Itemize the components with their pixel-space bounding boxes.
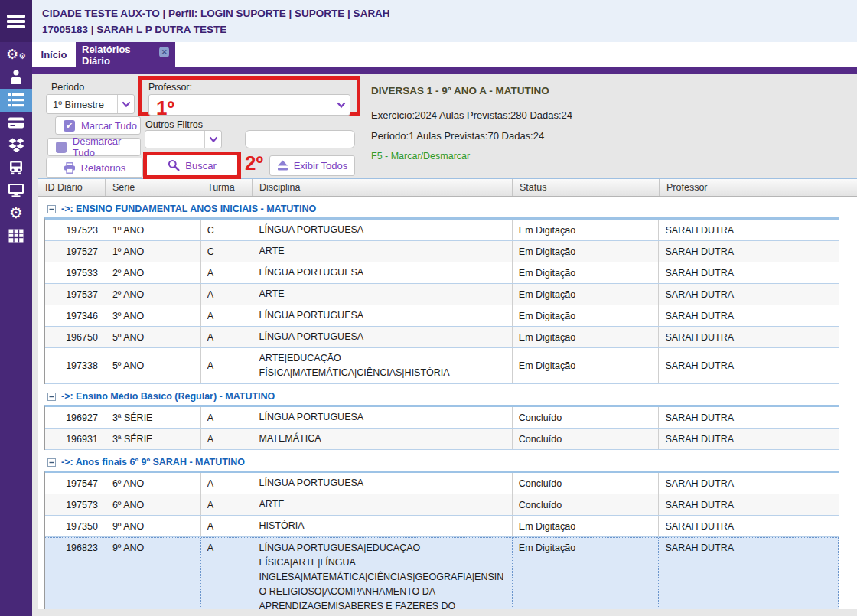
cell-prof: SARAH DUTRA (659, 262, 839, 283)
close-icon[interactable]: ✕ (159, 47, 169, 57)
unchecked-checkbox-icon[interactable] (56, 142, 67, 153)
cell-id: 197533 (45, 262, 106, 283)
collapse-icon[interactable] (47, 205, 56, 213)
sidebar-item-list[interactable] (0, 89, 32, 112)
outros-filtros-input[interactable] (245, 130, 355, 148)
sidebar-item-gear[interactable]: ⚙ (0, 202, 32, 225)
table-row[interactable]: 1975271º ANOCARTEEm DigitaçãoSARAH DUTRA (45, 241, 839, 262)
exibir-todos-button[interactable]: Exibir Todos (269, 155, 355, 176)
sidebar-item-person[interactable] (0, 67, 32, 90)
chevron-down-icon (333, 95, 350, 115)
bus-icon (8, 160, 24, 175)
column-header-turma[interactable]: Turma (200, 179, 253, 196)
cell-disc: LÍNGUA PORTUGUESA|EDUCAÇÃO FÍSICA|ARTE|L… (253, 538, 513, 616)
menu-toggle[interactable] (0, 0, 32, 42)
cell-turma: A (201, 305, 253, 326)
cell-disc: ARTE (253, 494, 513, 515)
sidebar-item-box[interactable] (0, 134, 32, 157)
table-gutter (32, 178, 38, 616)
cell-turma: A (201, 348, 253, 383)
checked-checkbox-icon[interactable]: ✔ (64, 120, 75, 132)
cell-turma: A (201, 429, 253, 449)
cell-serie: 5º ANO (106, 348, 201, 383)
column-header-professor[interactable]: Professor (660, 179, 839, 196)
relatorios-button[interactable]: Relatórios (46, 158, 143, 178)
group-header[interactable]: ->: ENSINO FUNDAMENTAL ANOS INICIAIS - M… (38, 200, 857, 217)
box-icon (8, 138, 24, 153)
column-header-disciplina[interactable]: Disciplina (253, 179, 513, 196)
marcar-tudo-option[interactable]: ✔ Marcar Tudo (55, 116, 141, 135)
cell-prof: SARAH DUTRA (659, 538, 839, 616)
table-header-row: ID DiárioSerieTurmaDisciplinaStatusProfe… (38, 178, 857, 197)
sidebar-item-grid[interactable] (0, 224, 32, 247)
cell-disc: ARTE|EDUCAÇÃO FÍSICA|MATEMÁTICA|CIÊNCIAS… (253, 348, 513, 383)
cell-id: 197537 (45, 284, 106, 305)
column-header-serie[interactable]: Serie (106, 179, 200, 196)
professor-label: Professor: (148, 82, 192, 93)
cell-turma: C (201, 220, 253, 240)
cell-serie: 1º ANO (106, 220, 201, 240)
sidebar-item-monitor[interactable] (0, 179, 32, 202)
table-row[interactable]: 1975736º ANOAARTEConcluídoSARAH DUTRA (45, 494, 839, 516)
table-row[interactable]: 1975332º ANOALÍNGUA PORTUGUESAEm Digitaç… (45, 262, 839, 284)
annotation-step-1: 1º (156, 98, 174, 118)
cell-status: Em Digitação (513, 220, 660, 240)
cell-status: Concluído (513, 407, 660, 428)
cell-prof: SARAH DUTRA (659, 494, 839, 515)
table-row[interactable]: 1969313ª SÉRIEAMATEMÁTICAConcluídoSARAH … (45, 429, 839, 450)
group-header[interactable]: ->: Anos finais 6º 9º SARAH - MATUTINO (38, 454, 857, 471)
table-row[interactable]: 1973463º ANOALÍNGUA PORTUGUESAEm Digitaç… (45, 305, 839, 327)
outros-filtros-select[interactable] (145, 130, 222, 148)
eject-icon (277, 160, 288, 171)
buscar-button[interactable]: Buscar (147, 155, 237, 175)
table-row[interactable]: 1967505º ANOALÍNGUA PORTUGUESAEm Digitaç… (45, 327, 839, 348)
cell-serie: 2º ANO (106, 262, 201, 283)
sidebar-item-bus[interactable] (0, 157, 32, 180)
cell-serie: 3ª SÉRIE (106, 429, 201, 449)
tab-relatorios-diario[interactable]: Relatórios Diário ✕ (76, 42, 175, 67)
sidebar-item-credit-card[interactable] (0, 112, 32, 135)
sidebar: ⚙⚙⚙ (0, 0, 32, 616)
cell-disc: HISTÓRIA (253, 516, 513, 536)
cell-serie: 2º ANO (106, 284, 201, 305)
tab-bar: Início Relatórios Diário ✕ (32, 42, 857, 67)
outros-filtros-label: Outros Filtros (145, 119, 203, 130)
sidebar-item-gears[interactable]: ⚙⚙ (0, 44, 32, 67)
table-row[interactable]: 1975231º ANOCLÍNGUA PORTUGUESAEm Digitaç… (45, 220, 839, 241)
cell-prof: SARAH DUTRA (659, 241, 839, 262)
header-user-line: 17005183 | SARAH L P DUTRA TESTE (42, 21, 857, 37)
table-row[interactable]: 1968239º ANOALÍNGUA PORTUGUESA|EDUCAÇÃO … (45, 537, 839, 616)
cell-serie: 9º ANO (106, 538, 201, 616)
collapse-icon[interactable] (47, 393, 56, 401)
table-row[interactable]: 1973385º ANOAARTE|EDUCAÇÃO FÍSICA|MATEMÁ… (45, 348, 839, 384)
app-window: ⚙⚙⚙ CIDADE TESTE AUX-TO | Perfil: LOGIN … (0, 0, 857, 616)
cell-id: 197547 (45, 473, 106, 494)
header-context-line: CIDADE TESTE AUX-TO | Perfil: LOGIN SUPO… (42, 5, 857, 21)
cell-status: Em Digitação (513, 348, 660, 383)
cell-disc: LÍNGUA PORTUGUESA (253, 305, 513, 326)
column-header-id-di-rio[interactable]: ID Diário (38, 179, 106, 196)
professor-select[interactable] (148, 94, 350, 116)
cell-disc: LÍNGUA PORTUGUESA (253, 407, 513, 428)
cell-status: Concluído (513, 429, 660, 449)
cell-disc: LÍNGUA PORTUGUESA (253, 220, 513, 240)
cell-id: 196931 (45, 429, 106, 449)
cell-serie: 5º ANO (106, 327, 201, 347)
cell-turma: A (201, 538, 253, 616)
group-header[interactable]: ->: Ensino Médio Básico (Regular) - MATU… (38, 388, 857, 405)
table-row[interactable]: 1975476º ANOALÍNGUA PORTUGUESAConcluídoS… (45, 473, 839, 494)
table-row[interactable]: 1969273ª SÉRIEALÍNGUA PORTUGUESAConcluíd… (45, 407, 839, 429)
cell-prof: SARAH DUTRA (659, 407, 839, 428)
periodo-select[interactable]: 1º Bimestre (46, 94, 135, 114)
desmarcar-tudo-option[interactable]: Desmarcar Tudo (47, 138, 141, 156)
cell-turma: A (201, 494, 253, 515)
cell-status: Em Digitação (513, 262, 660, 283)
cell-id: 197523 (45, 220, 106, 240)
table-row[interactable]: 1973509º ANOAHISTÓRIAEm DigitaçãoSARAH D… (45, 516, 839, 537)
table-row[interactable]: 1975372º ANOAARTEEm DigitaçãoSARAH DUTRA (45, 284, 839, 305)
column-header-status[interactable]: Status (513, 179, 660, 196)
cell-disc: ARTE (253, 241, 513, 262)
column-header-empty (839, 179, 857, 196)
tab-inicio[interactable]: Início (32, 42, 76, 67)
collapse-icon[interactable] (47, 458, 56, 467)
